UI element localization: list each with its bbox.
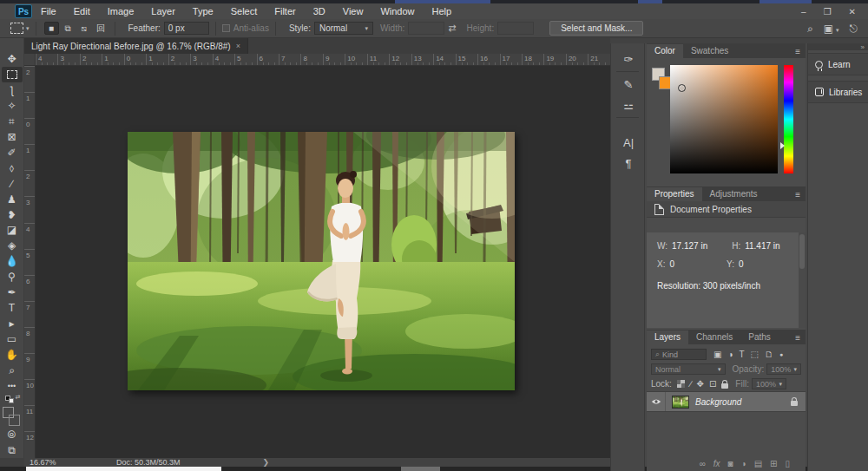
lock-all-icon[interactable] bbox=[721, 383, 728, 389]
sidebar-collapse-icon[interactable]: » bbox=[808, 43, 868, 50]
filter-smart-objects-icon[interactable]: 🗋 bbox=[765, 350, 773, 359]
dodge-tool[interactable]: ⚲ bbox=[2, 269, 23, 285]
edit-toolbar-button[interactable]: ••• bbox=[2, 378, 23, 394]
fill-field[interactable]: 100%▾ bbox=[752, 378, 786, 389]
eyedropper-tool[interactable]: ✐ bbox=[2, 145, 23, 160]
delete-layer-icon[interactable]: ▯ bbox=[785, 459, 790, 468]
brush-tool[interactable]: ∕ bbox=[2, 176, 23, 192]
tab-color[interactable]: Color bbox=[647, 44, 683, 58]
close-tab-icon[interactable]: × bbox=[236, 42, 240, 50]
background-color-swatch[interactable] bbox=[9, 415, 20, 426]
swap-width-height-icon[interactable]: ⇄ bbox=[448, 23, 456, 34]
marquee-tool-icon[interactable] bbox=[10, 23, 23, 34]
share-icon[interactable]: ⎋ bbox=[850, 23, 858, 35]
hue-slider-pointer[interactable] bbox=[780, 142, 785, 149]
frame-tool[interactable]: ⊠ bbox=[2, 129, 23, 145]
switch-colors-icon[interactable]: ⇄ bbox=[16, 394, 21, 401]
menu-file[interactable]: File bbox=[32, 6, 65, 16]
layer-visibility-toggle[interactable] bbox=[647, 392, 666, 411]
horizontal-ruler[interactable]: 43210123456789101112131415161718192021 bbox=[36, 54, 610, 66]
subtract-from-selection-button[interactable]: ⧅ bbox=[77, 22, 92, 35]
menu-filter[interactable]: Filter bbox=[266, 6, 304, 16]
filter-toggle-icon[interactable]: ● bbox=[779, 351, 783, 357]
panel-menu-icon[interactable]: ≡ bbox=[790, 333, 806, 344]
tab-layers[interactable]: Layers bbox=[647, 330, 688, 344]
clone-stamp-tool[interactable]: ♟ bbox=[2, 192, 23, 207]
layer-filter-dropdown[interactable]: ⌕ Kind bbox=[651, 349, 707, 360]
menu-3d[interactable]: 3D bbox=[305, 6, 334, 16]
blend-mode-dropdown[interactable]: Normal▾ bbox=[651, 363, 726, 375]
crop-tool[interactable]: ⌗ bbox=[2, 114, 23, 129]
vertical-ruler[interactable]: 210123456789101112 bbox=[24, 66, 36, 458]
hue-slider[interactable] bbox=[784, 65, 793, 173]
panel-menu-icon[interactable]: ≡ bbox=[790, 47, 806, 58]
tab-properties[interactable]: Properties bbox=[647, 187, 702, 201]
add-to-selection-button[interactable]: ⧉ bbox=[61, 22, 76, 35]
feather-input[interactable] bbox=[164, 22, 209, 35]
tab-swatches[interactable]: Swatches bbox=[683, 44, 736, 58]
pen-tool[interactable]: ✒ bbox=[2, 285, 23, 300]
brush-settings-panel-icon[interactable]: ✎ bbox=[611, 74, 646, 95]
saturation-brightness-field[interactable] bbox=[670, 65, 778, 173]
select-and-mask-button[interactable]: Select and Mask... bbox=[549, 21, 643, 36]
adjustment-layer-icon[interactable]: ◑ bbox=[741, 459, 746, 468]
filter-pixel-layers-icon[interactable]: ▣ bbox=[713, 350, 721, 359]
intersect-selection-button[interactable]: 回 bbox=[94, 22, 108, 35]
history-brush-tool[interactable]: ❥ bbox=[2, 207, 23, 223]
anti-alias-checkbox[interactable] bbox=[222, 24, 230, 32]
screen-mode-button[interactable]: ⧉ bbox=[2, 442, 23, 458]
learn-panel-button[interactable]: Learn bbox=[808, 53, 868, 75]
link-layers-icon[interactable]: ∞ bbox=[700, 459, 706, 468]
tool-presets-panel-icon[interactable]: ⚍ bbox=[611, 95, 646, 115]
tab-adjustments[interactable]: Adjustments bbox=[702, 187, 766, 201]
move-tool[interactable]: ✥ bbox=[2, 51, 23, 67]
zoom-level-field[interactable]: 16.67% bbox=[30, 458, 82, 467]
search-icon[interactable]: ⌕ bbox=[807, 23, 813, 35]
blur-tool[interactable]: 💧 bbox=[2, 253, 23, 269]
rectangle-tool[interactable]: ▭ bbox=[2, 331, 23, 347]
color-picker-cursor[interactable] bbox=[678, 84, 686, 92]
menu-view[interactable]: View bbox=[334, 6, 372, 16]
new-layer-icon[interactable]: ⊞ bbox=[770, 459, 777, 468]
tab-paths[interactable]: Paths bbox=[740, 330, 779, 344]
layer-row-background[interactable]: Background bbox=[647, 391, 806, 412]
opacity-field[interactable]: 100%▾ bbox=[766, 363, 801, 375]
close-button[interactable]: ✕ bbox=[849, 7, 856, 16]
new-group-icon[interactable]: ▤ bbox=[754, 459, 762, 468]
menu-type[interactable]: Type bbox=[184, 6, 222, 16]
menu-image[interactable]: Image bbox=[99, 6, 143, 16]
quick-mask-button[interactable]: ⦾ bbox=[2, 427, 23, 442]
menu-select[interactable]: Select bbox=[222, 6, 266, 16]
filter-type-layers-icon[interactable]: T bbox=[740, 350, 745, 359]
zoom-tool[interactable]: ⌕ bbox=[2, 363, 23, 378]
width-input[interactable] bbox=[408, 22, 444, 35]
paragraph-panel-icon[interactable]: ¶ bbox=[611, 153, 646, 173]
menu-edit[interactable]: Edit bbox=[65, 6, 99, 16]
scrollbar[interactable] bbox=[799, 232, 806, 328]
layer-effects-icon[interactable]: fx bbox=[713, 459, 720, 468]
eraser-tool[interactable]: ◪ bbox=[2, 222, 23, 238]
document-tab[interactable]: Light Ray Directional Before.jpg @ 16.7%… bbox=[24, 38, 248, 54]
status-options-chevron-icon[interactable]: ❯ bbox=[263, 458, 270, 467]
type-tool[interactable]: T bbox=[2, 300, 23, 316]
lock-position-icon[interactable]: ✥ bbox=[697, 379, 704, 389]
panel-menu-icon[interactable]: ≡ bbox=[790, 190, 806, 201]
filter-shape-layers-icon[interactable]: ⬚ bbox=[751, 350, 759, 359]
clone-source-panel-icon[interactable]: ✑ bbox=[611, 49, 646, 69]
lock-artboard-icon[interactable]: ⊡ bbox=[709, 379, 716, 389]
menu-layer[interactable]: Layer bbox=[142, 6, 184, 16]
tab-channels[interactable]: Channels bbox=[688, 330, 740, 344]
new-selection-button[interactable]: ■ bbox=[44, 22, 59, 35]
lock-paint-icon[interactable]: ∕ bbox=[690, 379, 692, 389]
style-dropdown[interactable]: Normal ▾ bbox=[314, 22, 373, 35]
layer-name[interactable]: Background bbox=[695, 397, 741, 407]
lasso-tool[interactable]: ƪ bbox=[2, 82, 23, 98]
lock-transparency-icon[interactable] bbox=[677, 380, 685, 388]
workspace-switcher-icon[interactable]: ▣▾ bbox=[824, 23, 839, 35]
spot-healing-brush-tool[interactable]: ⬨ bbox=[2, 160, 23, 176]
filter-adjustment-layers-icon[interactable]: ◑ bbox=[727, 350, 733, 359]
menu-window[interactable]: Window bbox=[372, 6, 423, 16]
layer-thumbnail[interactable] bbox=[672, 396, 689, 409]
hand-tool[interactable]: ✋ bbox=[2, 347, 23, 363]
default-colors-icon[interactable]: ⇄ bbox=[3, 396, 21, 403]
